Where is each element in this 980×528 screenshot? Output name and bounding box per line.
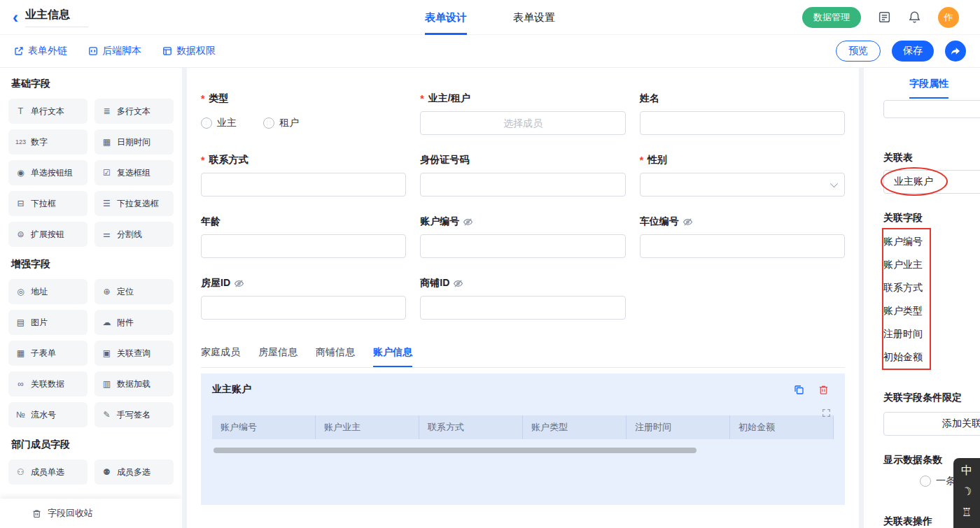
id-number-input[interactable] [420, 173, 625, 197]
expand-icon[interactable] [822, 408, 831, 418]
name-input[interactable] [640, 111, 845, 135]
field-house-id[interactable]: 房屋ID [201, 276, 406, 320]
tab-field-properties[interactable]: 字段属性 [909, 68, 948, 99]
member-multi-icon: ⚉ [102, 467, 112, 477]
field-name[interactable]: 姓名 [640, 92, 845, 135]
tab-form-settings[interactable]: 表单设置 [513, 0, 555, 35]
tab-family-members[interactable]: 家庭成员 [201, 346, 240, 367]
copy-icon[interactable] [793, 384, 805, 396]
sidebar-item-data-load[interactable]: ▥数据加载 [94, 371, 174, 397]
house-id-input[interactable] [201, 296, 406, 320]
widget-bottom-icon[interactable]: ♖ [962, 506, 972, 520]
sidebar-item-number[interactable]: 123数字 [8, 129, 88, 155]
backend-script-button[interactable]: 后端脚本 [88, 45, 141, 57]
related-field-item[interactable]: 账户类型 [883, 299, 980, 322]
field-gender[interactable]: *性别 [640, 153, 845, 197]
age-input[interactable] [201, 234, 406, 258]
signature-icon: ✎ [102, 410, 112, 420]
back-button[interactable]: ‹ [13, 10, 18, 24]
related-field-item[interactable]: 账户业主 [883, 253, 980, 276]
enhanced-fields-grid: ◎地址 ⊕定位 ▤图片 ☁附件 ▦子表单 ▣关联查询 ∞关联数据 ▥数据加载 №… [8, 279, 174, 427]
form-external-link-button[interactable]: 表单外链 [14, 45, 67, 57]
sidebar-item-subform[interactable]: ▦子表单 [8, 341, 88, 366]
field-contact[interactable]: *联系方式 [201, 153, 406, 197]
user-avatar[interactable]: 作 [938, 7, 959, 28]
add-condition-button[interactable]: 添加关联条件 [883, 412, 980, 436]
related-table-select[interactable]: 业主账户 [883, 170, 980, 194]
sidebar-item-member-multi[interactable]: ⚉成员多选 [94, 459, 174, 485]
sidebar-item-serial-number[interactable]: №流水号 [8, 402, 88, 427]
checkbox-group-icon: ☑ [102, 168, 112, 178]
datetime-icon: ▦ [102, 137, 112, 147]
parking-no-input[interactable] [640, 234, 845, 258]
share-button[interactable] [945, 41, 966, 62]
sidebar-item-multi-line-text[interactable]: ≣多行文本 [94, 99, 174, 124]
field-id-number[interactable]: 身份证号码 [420, 153, 625, 197]
contact-input[interactable] [201, 173, 406, 197]
form-card: *类型 业主 租户 *业主/租户 姓名 [187, 68, 859, 528]
tab-account-info[interactable]: 账户信息 [373, 346, 412, 367]
multi-line-text-icon: ≣ [102, 106, 112, 116]
subtable-owner-account[interactable]: 业主账户 账户编号 [201, 373, 845, 505]
external-link-icon [14, 46, 24, 56]
account-no-input[interactable] [420, 234, 625, 258]
sidebar-item-attachment[interactable]: ☁附件 [94, 310, 174, 335]
sidebar-item-radio-group[interactable]: ◉单选按钮组 [8, 160, 88, 185]
radio-option-owner[interactable]: 业主 [201, 117, 237, 129]
save-button[interactable]: 保存 [892, 41, 934, 62]
sidebar-item-checkbox-group[interactable]: ☑复选框组 [94, 160, 174, 185]
radio-option-tenant[interactable]: 租户 [263, 117, 299, 129]
sidebar-item-image[interactable]: ▤图片 [8, 310, 88, 335]
sidebar-item-relation-query[interactable]: ▣关联查询 [94, 341, 174, 366]
sidebar-item-divider[interactable]: ⚌分割线 [94, 222, 174, 247]
tab-shop-info[interactable]: 商铺信息 [316, 346, 355, 367]
sidebar-item-dropdown[interactable]: ⊟下拉框 [8, 191, 88, 216]
sidebar-item-address[interactable]: ◎地址 [8, 279, 88, 304]
field-account-no[interactable]: 账户编号 [420, 215, 625, 258]
form-canvas: *类型 业主 租户 *业主/租户 姓名 [182, 68, 864, 528]
sidebar-item-location[interactable]: ⊕定位 [94, 279, 174, 304]
radio-circle-icon [201, 117, 212, 129]
field-parking-no[interactable]: 车位编号 [640, 215, 845, 258]
sidebar-item-label: 成员多选 [117, 466, 150, 478]
delete-icon[interactable] [818, 384, 830, 396]
radio-option-single[interactable]: 一条 [920, 475, 955, 487]
tab-form-design[interactable]: 表单设计 [425, 0, 467, 35]
data-manage-button[interactable]: 数据管理 [802, 7, 861, 28]
sidebar-item-single-line-text[interactable]: T单行文本 [8, 99, 88, 124]
sidebar-item-label: 附件 [117, 317, 134, 329]
sidebar-item-label: 扩展按钮 [31, 229, 64, 241]
shop-id-input[interactable] [420, 296, 625, 320]
data-permission-button[interactable]: 数据权限 [162, 45, 216, 57]
field-type[interactable]: *类型 业主 租户 [201, 92, 406, 135]
sidebar-item-label: 数字 [31, 136, 48, 148]
related-field-item[interactable]: 初始金额 [883, 345, 980, 369]
related-field-item[interactable]: 账户编号 [883, 230, 980, 253]
sidebar-item-datetime[interactable]: ▦日期时间 [94, 129, 174, 155]
sidebar-item-relation-data[interactable]: ∞关联数据 [8, 371, 88, 397]
field-owner-tenant[interactable]: *业主/租户 [420, 92, 625, 135]
translate-icon[interactable]: 中 [961, 464, 972, 478]
related-field-item[interactable]: 注册时间 [883, 322, 980, 345]
field-age[interactable]: 年龄 [201, 215, 406, 258]
horizontal-scrollbar[interactable] [214, 448, 696, 453]
field-shop-id[interactable]: 商铺ID [420, 276, 625, 320]
sidebar-item-label: 下拉框 [31, 198, 56, 210]
preview-button[interactable]: 预览 [836, 41, 881, 62]
sidebar-item-signature[interactable]: ✎手写签名 [94, 402, 174, 427]
dark-mode-moon-icon[interactable]: ☽ [960, 483, 974, 500]
related-field-item[interactable]: 联系方式 [883, 276, 980, 299]
notification-bell-icon[interactable] [908, 10, 921, 24]
tab-house-info[interactable]: 房屋信息 [258, 346, 298, 367]
property-input-partial[interactable] [883, 100, 980, 118]
report-icon[interactable] [878, 10, 891, 24]
gender-select[interactable] [640, 173, 845, 197]
sidebar-item-member-single[interactable]: ⚇成员单选 [8, 459, 88, 485]
sidebar-item-label: 复选框组 [117, 167, 150, 179]
sidebar-item-dropdown-multi[interactable]: ☰下拉复选框 [94, 191, 174, 216]
owner-member-input[interactable] [420, 111, 625, 135]
basic-fields-grid: T单行文本 ≣多行文本 123数字 ▦日期时间 ◉单选按钮组 ☑复选框组 ⊟下拉… [8, 99, 174, 247]
column-header: 账户业主 [316, 415, 419, 439]
sidebar-item-extend-button[interactable]: ⊜扩展按钮 [8, 222, 88, 247]
field-recycle-bin[interactable]: 字段回收站 [0, 499, 182, 528]
